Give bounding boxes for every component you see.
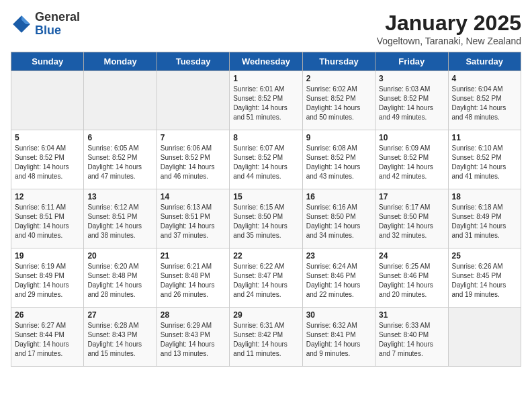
- calendar-cell: 10Sunrise: 6:09 AMSunset: 8:52 PMDayligh…: [375, 130, 448, 189]
- day-number: 22: [233, 251, 298, 261]
- day-info: Sunrise: 6:11 AMSunset: 8:51 PMDaylight:…: [15, 203, 80, 240]
- day-number: 29: [233, 310, 298, 320]
- day-info: Sunrise: 6:03 AMSunset: 8:52 PMDaylight:…: [379, 85, 444, 122]
- calendar-cell: 27Sunrise: 6:28 AMSunset: 8:43 PMDayligh…: [84, 308, 157, 367]
- calendar-cell: 11Sunrise: 6:10 AMSunset: 8:52 PMDayligh…: [448, 130, 521, 189]
- day-info: Sunrise: 6:06 AMSunset: 8:52 PMDaylight:…: [161, 144, 226, 181]
- day-info: Sunrise: 6:08 AMSunset: 8:52 PMDaylight:…: [306, 144, 371, 181]
- calendar-cell: 16Sunrise: 6:16 AMSunset: 8:50 PMDayligh…: [302, 189, 375, 248]
- calendar-cell: [11, 71, 84, 130]
- day-number: 30: [306, 310, 371, 320]
- calendar-cell: 13Sunrise: 6:12 AMSunset: 8:51 PMDayligh…: [84, 189, 157, 248]
- day-info: Sunrise: 6:22 AMSunset: 8:47 PMDaylight:…: [233, 262, 298, 300]
- day-number: 17: [379, 192, 444, 201]
- day-info: Sunrise: 6:13 AMSunset: 8:51 PMDaylight:…: [161, 203, 226, 240]
- day-info: Sunrise: 6:31 AMSunset: 8:42 PMDaylight:…: [233, 321, 298, 359]
- day-number: 20: [87, 251, 152, 261]
- day-number: 2: [306, 74, 371, 83]
- day-info: Sunrise: 6:04 AMSunset: 8:52 PMDaylight:…: [452, 85, 517, 122]
- day-info: Sunrise: 6:20 AMSunset: 8:48 PMDaylight:…: [87, 262, 152, 300]
- day-info: Sunrise: 6:26 AMSunset: 8:45 PMDaylight:…: [452, 262, 517, 300]
- calendar-cell: 26Sunrise: 6:27 AMSunset: 8:44 PMDayligh…: [11, 308, 84, 367]
- weekday-header-saturday: Saturday: [448, 52, 521, 71]
- calendar-week-1: 1Sunrise: 6:01 AMSunset: 8:52 PMDaylight…: [11, 71, 521, 130]
- weekday-header-monday: Monday: [84, 52, 157, 71]
- day-info: Sunrise: 6:29 AMSunset: 8:43 PMDaylight:…: [161, 321, 226, 359]
- day-number: 26: [15, 310, 80, 320]
- month-title: January 2025: [377, 11, 521, 36]
- day-number: 21: [161, 251, 226, 261]
- calendar-cell: 19Sunrise: 6:19 AMSunset: 8:49 PMDayligh…: [11, 248, 84, 308]
- day-info: Sunrise: 6:27 AMSunset: 8:44 PMDaylight:…: [15, 321, 80, 359]
- calendar-cell: 30Sunrise: 6:32 AMSunset: 8:41 PMDayligh…: [302, 308, 375, 367]
- day-info: Sunrise: 6:01 AMSunset: 8:52 PMDaylight:…: [233, 85, 298, 122]
- logo-blue-text: Blue: [35, 24, 80, 38]
- page-header: General Blue January 2025 Vogeltown, Tar…: [11, 11, 521, 46]
- day-info: Sunrise: 6:05 AMSunset: 8:52 PMDaylight:…: [87, 144, 152, 181]
- calendar-cell: 2Sunrise: 6:02 AMSunset: 8:52 PMDaylight…: [302, 71, 375, 130]
- day-number: 7: [161, 133, 226, 142]
- weekday-header-tuesday: Tuesday: [157, 52, 229, 71]
- calendar-cell: 31Sunrise: 6:33 AMSunset: 8:40 PMDayligh…: [375, 308, 448, 367]
- weekday-header-sunday: Sunday: [11, 52, 84, 71]
- calendar-cell: 24Sunrise: 6:25 AMSunset: 8:46 PMDayligh…: [375, 248, 448, 308]
- day-info: Sunrise: 6:18 AMSunset: 8:49 PMDaylight:…: [452, 203, 517, 240]
- calendar-cell: 25Sunrise: 6:26 AMSunset: 8:45 PMDayligh…: [448, 248, 521, 308]
- day-info: Sunrise: 6:09 AMSunset: 8:52 PMDaylight:…: [379, 144, 444, 181]
- logo-icon: [11, 13, 32, 35]
- day-number: 27: [87, 310, 152, 320]
- calendar-week-2: 5Sunrise: 6:04 AMSunset: 8:52 PMDaylight…: [11, 130, 521, 189]
- day-number: 23: [306, 251, 371, 261]
- calendar-cell: 15Sunrise: 6:15 AMSunset: 8:50 PMDayligh…: [230, 189, 302, 248]
- calendar-cell: 9Sunrise: 6:08 AMSunset: 8:52 PMDaylight…: [302, 130, 375, 189]
- day-number: 19: [15, 251, 80, 261]
- logo-general-text: General: [35, 11, 80, 24]
- day-info: Sunrise: 6:07 AMSunset: 8:52 PMDaylight:…: [233, 144, 298, 181]
- logo: General Blue: [11, 11, 80, 38]
- calendar-cell: 29Sunrise: 6:31 AMSunset: 8:42 PMDayligh…: [230, 308, 302, 367]
- day-info: Sunrise: 6:19 AMSunset: 8:49 PMDaylight:…: [15, 262, 80, 300]
- day-info: Sunrise: 6:33 AMSunset: 8:40 PMDaylight:…: [379, 321, 444, 359]
- day-number: 15: [233, 192, 298, 201]
- weekday-header-thursday: Thursday: [302, 52, 375, 71]
- calendar-cell: 17Sunrise: 6:17 AMSunset: 8:50 PMDayligh…: [375, 189, 448, 248]
- calendar-cell: 22Sunrise: 6:22 AMSunset: 8:47 PMDayligh…: [230, 248, 302, 308]
- day-number: 1: [233, 74, 298, 83]
- day-info: Sunrise: 6:10 AMSunset: 8:52 PMDaylight:…: [452, 144, 517, 181]
- day-info: Sunrise: 6:17 AMSunset: 8:50 PMDaylight:…: [379, 203, 444, 240]
- weekday-row: SundayMondayTuesdayWednesdayThursdayFrid…: [11, 52, 521, 71]
- calendar-body: 1Sunrise: 6:01 AMSunset: 8:52 PMDaylight…: [11, 71, 521, 367]
- calendar-cell: 7Sunrise: 6:06 AMSunset: 8:52 PMDaylight…: [157, 130, 229, 189]
- calendar-cell: 3Sunrise: 6:03 AMSunset: 8:52 PMDaylight…: [375, 71, 448, 130]
- location: Vogeltown, Taranaki, New Zealand: [377, 36, 521, 46]
- calendar-cell: [448, 308, 521, 367]
- day-info: Sunrise: 6:02 AMSunset: 8:52 PMDaylight:…: [306, 85, 371, 122]
- calendar-week-4: 19Sunrise: 6:19 AMSunset: 8:49 PMDayligh…: [11, 248, 521, 308]
- day-info: Sunrise: 6:21 AMSunset: 8:48 PMDaylight:…: [161, 262, 226, 300]
- calendar-cell: 18Sunrise: 6:18 AMSunset: 8:49 PMDayligh…: [448, 189, 521, 248]
- day-number: 28: [161, 310, 226, 320]
- day-number: 13: [87, 192, 152, 201]
- day-info: Sunrise: 6:04 AMSunset: 8:52 PMDaylight:…: [15, 144, 80, 181]
- calendar-cell: 6Sunrise: 6:05 AMSunset: 8:52 PMDaylight…: [84, 130, 157, 189]
- day-number: 24: [379, 251, 444, 261]
- calendar-cell: 1Sunrise: 6:01 AMSunset: 8:52 PMDaylight…: [230, 71, 302, 130]
- day-info: Sunrise: 6:15 AMSunset: 8:50 PMDaylight:…: [233, 203, 298, 240]
- calendar-cell: 4Sunrise: 6:04 AMSunset: 8:52 PMDaylight…: [448, 71, 521, 130]
- day-info: Sunrise: 6:12 AMSunset: 8:51 PMDaylight:…: [87, 203, 152, 240]
- calendar-cell: 5Sunrise: 6:04 AMSunset: 8:52 PMDaylight…: [11, 130, 84, 189]
- day-number: 6: [87, 133, 152, 142]
- day-info: Sunrise: 6:32 AMSunset: 8:41 PMDaylight:…: [306, 321, 371, 359]
- calendar-header: SundayMondayTuesdayWednesdayThursdayFrid…: [11, 52, 521, 71]
- calendar-week-3: 12Sunrise: 6:11 AMSunset: 8:51 PMDayligh…: [11, 189, 521, 248]
- calendar-cell: 28Sunrise: 6:29 AMSunset: 8:43 PMDayligh…: [157, 308, 229, 367]
- day-number: 12: [15, 192, 80, 201]
- title-block: January 2025 Vogeltown, Taranaki, New Ze…: [377, 11, 521, 46]
- calendar-cell: 20Sunrise: 6:20 AMSunset: 8:48 PMDayligh…: [84, 248, 157, 308]
- calendar-cell: 21Sunrise: 6:21 AMSunset: 8:48 PMDayligh…: [157, 248, 229, 308]
- day-number: 25: [452, 251, 517, 261]
- day-number: 11: [452, 133, 517, 142]
- calendar-cell: [84, 71, 157, 130]
- day-number: 5: [15, 133, 80, 142]
- calendar-cell: 12Sunrise: 6:11 AMSunset: 8:51 PMDayligh…: [11, 189, 84, 248]
